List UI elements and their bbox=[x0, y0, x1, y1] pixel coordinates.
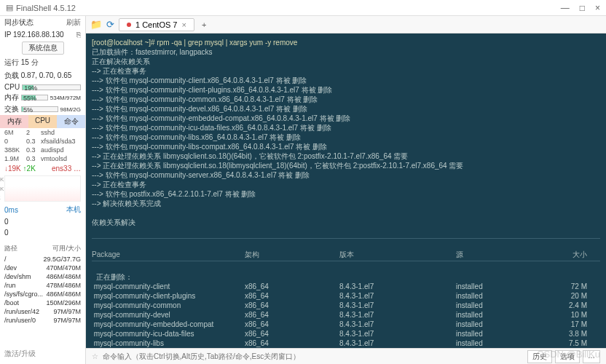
col-cmd[interactable]: 命令 bbox=[57, 115, 85, 128]
package-row: mysql-community-client-pluginsx86_648.4.… bbox=[92, 291, 600, 301]
minimize-button[interactable]: — bbox=[561, 3, 570, 13]
refresh-link[interactable]: 刷新 bbox=[66, 17, 81, 28]
col-mem[interactable]: 内存 bbox=[0, 115, 28, 128]
options-button[interactable]: 选项 bbox=[555, 350, 580, 363]
package-row: mysql-community-icu-data-filesx86_648.4.… bbox=[92, 329, 600, 339]
cpu-bar: 19% bbox=[22, 84, 81, 90]
uptime-value: 运行 15 分 bbox=[4, 58, 39, 68]
terminal[interactable]: [root@localhost ~]# rpm -qa | grep mysql… bbox=[86, 33, 606, 348]
star-icon[interactable]: ☆ bbox=[92, 352, 98, 360]
status-dot-icon bbox=[127, 23, 131, 27]
titlebar: ▤FinalShell 4.5.12 — □ × bbox=[0, 0, 606, 16]
package-row: mysql-community-embedded-compatx86_648.4… bbox=[92, 320, 600, 329]
load-value: 负载 0.87, 0.70, 0.65 bbox=[4, 71, 71, 81]
cpu-label: CPU bbox=[4, 83, 20, 91]
disk-row[interactable]: /run/user/4297M/97M bbox=[0, 307, 85, 316]
disk-row[interactable]: /run478M/486M bbox=[0, 281, 85, 290]
disk-row[interactable]: /dev/shm486M/486M bbox=[0, 272, 85, 281]
disk-row[interactable]: /run/user/097M/97M bbox=[0, 316, 85, 325]
maximize-button[interactable]: □ bbox=[580, 3, 585, 13]
sync-icon[interactable]: ⟳ bbox=[106, 19, 114, 30]
mem-label: 内存 bbox=[4, 92, 19, 103]
net-chart: 20K14K7K bbox=[0, 174, 85, 203]
tab-active[interactable]: 1 CentOS 7× bbox=[119, 18, 194, 31]
disk-row[interactable]: /boot150M/296M bbox=[0, 298, 85, 307]
tab-add-button[interactable]: + bbox=[199, 20, 209, 29]
copy-icon[interactable]: ⎘ bbox=[76, 31, 81, 39]
process-row[interactable]: 00.3xfsaild/sda3 bbox=[0, 137, 85, 146]
disk-row[interactable]: /dev470M/470M bbox=[0, 264, 85, 272]
package-row: mysql-community-libsx86_648.4.3-1.el7ins… bbox=[92, 339, 600, 348]
tab-close-icon[interactable]: × bbox=[181, 20, 186, 29]
package-row: mysql-community-commonx86_648.4.3-1.el7i… bbox=[92, 301, 600, 310]
disk-row[interactable]: /sys/fs/cgro...486M/486M bbox=[0, 290, 85, 298]
mem-bar: 55% bbox=[21, 95, 48, 100]
package-row: mysql-community-develx86_648.4.3-1.el7in… bbox=[92, 310, 600, 320]
process-row[interactable]: 6M2sshd bbox=[0, 128, 85, 137]
iface[interactable]: ens33 … bbox=[52, 165, 81, 173]
activate-link[interactable]: 激活/升级 bbox=[0, 347, 85, 361]
app-title: FinalShell 4.5.12 bbox=[16, 4, 76, 12]
command-input[interactable] bbox=[103, 352, 523, 360]
swap-label: 交换 bbox=[4, 104, 19, 114]
tabbar: 📁 ⟳ 1 CentOS 7× + bbox=[86, 16, 606, 33]
app-icon: ▤ bbox=[6, 3, 13, 12]
process-row[interactable]: 1.9M0.3vmtoolsd bbox=[0, 154, 85, 163]
col-cpu[interactable]: CPU bbox=[28, 115, 57, 128]
disk-row[interactable]: /29.5G/37.7G bbox=[0, 255, 85, 264]
sysinfo-button[interactable]: 系统信息 bbox=[22, 41, 64, 55]
close-button[interactable]: × bbox=[595, 3, 600, 13]
process-row[interactable]: 388K0.3audispd bbox=[0, 146, 85, 154]
folder-icon[interactable]: 📁 bbox=[90, 19, 102, 30]
sidebar: 同步状态刷新 IP 192.168.88.130⎘ 系统信息 运行 15 分 负… bbox=[0, 16, 86, 364]
package-row: mysql-community-clientx86_648.4.3-1.el7i… bbox=[92, 282, 600, 291]
ip-value: IP 192.168.88.130 bbox=[4, 31, 64, 39]
sync-status-label: 同步状态 bbox=[4, 17, 34, 28]
command-bar: ☆ 历史 选项 … bbox=[86, 348, 606, 364]
more-button[interactable]: … bbox=[583, 350, 600, 363]
host-link[interactable]: 本机 bbox=[66, 205, 81, 215]
swap-bar: 5% bbox=[21, 106, 58, 112]
history-button[interactable]: 历史 bbox=[527, 350, 552, 363]
